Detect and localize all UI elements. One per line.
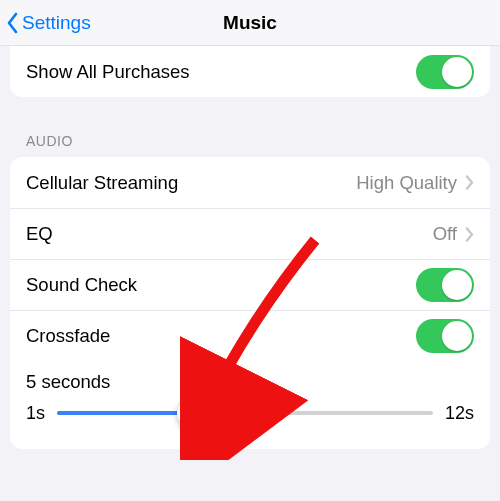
label-cellular-streaming: Cellular Streaming: [26, 172, 356, 194]
group-audio: Cellular Streaming High Quality EQ Off S…: [10, 157, 490, 449]
group-purchases: Show All Purchases: [10, 46, 490, 97]
chevron-right-icon: [465, 175, 474, 190]
chevron-left-icon: [6, 12, 20, 34]
slider-max-label: 12s: [445, 403, 474, 424]
toggle-sound-check[interactable]: [416, 268, 474, 302]
crossfade-current-value: 5 seconds: [26, 371, 474, 393]
row-crossfade[interactable]: Crossfade: [10, 310, 490, 361]
back-label: Settings: [22, 12, 91, 34]
label-sound-check: Sound Check: [26, 274, 416, 296]
back-button[interactable]: Settings: [0, 12, 91, 34]
label-show-all-purchases: Show All Purchases: [26, 61, 416, 83]
toggle-show-all-purchases[interactable]: [416, 55, 474, 89]
label-eq: EQ: [26, 223, 433, 245]
label-crossfade: Crossfade: [26, 325, 416, 347]
row-crossfade-slider: 5 seconds 1s 12s: [10, 361, 490, 449]
row-show-all-purchases[interactable]: Show All Purchases: [10, 46, 490, 97]
slider-thumb[interactable]: [177, 398, 207, 428]
nav-bar: Settings Music: [0, 0, 500, 46]
slider-min-label: 1s: [26, 403, 45, 424]
row-cellular-streaming[interactable]: Cellular Streaming High Quality: [10, 157, 490, 208]
value-cellular-streaming: High Quality: [356, 172, 457, 194]
value-eq: Off: [433, 223, 457, 245]
section-header-audio: AUDIO: [26, 133, 474, 149]
row-sound-check[interactable]: Sound Check: [10, 259, 490, 310]
row-eq[interactable]: EQ Off: [10, 208, 490, 259]
chevron-right-icon: [465, 227, 474, 242]
toggle-crossfade[interactable]: [416, 319, 474, 353]
crossfade-slider[interactable]: [57, 397, 433, 429]
